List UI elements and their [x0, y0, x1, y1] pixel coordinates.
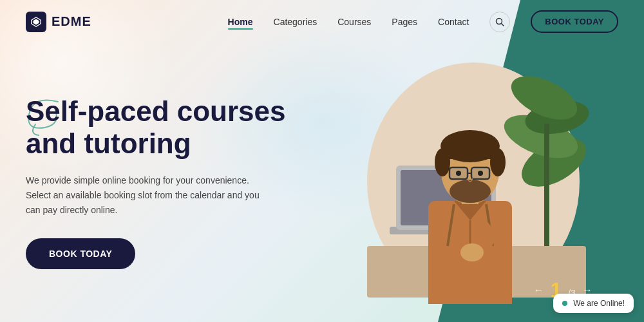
main-nav: Home Categories Courses Pages Contact BO…	[228, 10, 618, 33]
page-wrapper: EDME Home Categories Courses Pages Conta…	[0, 0, 644, 322]
header-book-today-button[interactable]: BOOK TODAY	[531, 10, 618, 33]
svg-point-27	[490, 148, 506, 176]
chat-label: We are Online!	[573, 299, 625, 308]
svg-point-28	[450, 180, 491, 203]
svg-point-35	[478, 171, 483, 176]
logo: EDME	[26, 12, 91, 32]
svg-line-3	[502, 23, 504, 26]
logo-svg-icon	[30, 16, 42, 28]
prev-slide-button[interactable]: ←	[534, 285, 544, 296]
main-content: Self-paced courses and tutoring We provi…	[0, 43, 644, 321]
online-dot	[562, 301, 567, 306]
search-button[interactable]	[489, 12, 510, 32]
hero-subtitle: We provide simple online booking for you…	[26, 173, 270, 218]
nav-home[interactable]: Home	[228, 17, 253, 27]
chat-bubble[interactable]: We are Online!	[553, 294, 634, 313]
hero-illustration: 	[354, 46, 599, 304]
svg-point-26	[435, 148, 450, 176]
right-content: 	[322, 43, 618, 321]
svg-marker-1	[33, 19, 39, 24]
hero-book-today-button[interactable]: BOOK TODAY	[26, 238, 135, 269]
svg-point-34	[456, 171, 461, 176]
logo-text: EDME	[52, 14, 91, 29]
svg-rect-25	[441, 146, 499, 159]
header: EDME Home Categories Courses Pages Conta…	[0, 0, 644, 43]
search-icon	[495, 17, 504, 26]
svg-point-36	[460, 243, 484, 261]
nav-categories[interactable]: Categories	[274, 17, 317, 27]
nav-pages[interactable]: Pages	[392, 17, 417, 27]
logo-icon	[26, 12, 46, 32]
left-content: Self-paced courses and tutoring We provi…	[26, 95, 322, 269]
nav-contact[interactable]: Contact	[438, 17, 469, 27]
hero-title: Self-paced courses and tutoring	[26, 95, 322, 160]
nav-courses[interactable]: Courses	[337, 17, 371, 27]
